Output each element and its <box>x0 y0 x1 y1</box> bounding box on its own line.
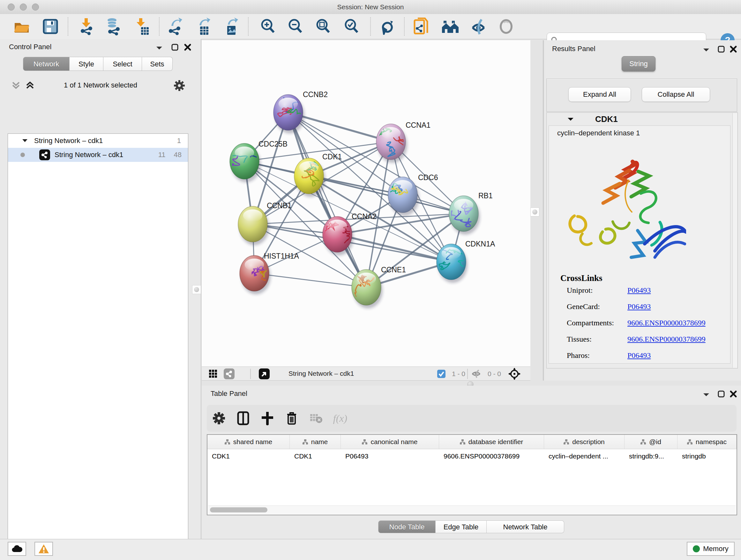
zoom-in-icon[interactable] <box>259 17 277 36</box>
crosslinks-heading: CrossLinks <box>560 273 603 283</box>
open-session-icon[interactable] <box>13 17 30 36</box>
table-panel-float-icon[interactable] <box>718 390 725 398</box>
results-panel-close-icon[interactable] <box>730 45 737 53</box>
results-panel-collapse-icon[interactable] <box>703 48 710 52</box>
tab-sets[interactable]: Sets <box>142 57 173 71</box>
node-CCNE1[interactable] <box>349 269 383 308</box>
apply-preferred-layout-icon[interactable] <box>378 17 396 36</box>
column-header-database-identifier[interactable]: database identifier <box>439 435 544 449</box>
column-header-shared-name[interactable]: shared name <box>207 435 290 449</box>
table-cell[interactable]: 9606.ENSP00000378699 <box>439 449 544 463</box>
node-CCNA1[interactable] <box>376 124 408 163</box>
table-cell[interactable]: CDK1 <box>207 449 290 463</box>
crosslink-value-link[interactable]: 9606.ENSP00000378699 <box>627 335 705 344</box>
left-splitter-handle[interactable] <box>192 285 201 294</box>
node-table[interactable]: shared namenamecanonical namedatabase id… <box>207 434 737 515</box>
add-column-icon[interactable] <box>255 411 280 425</box>
show-all-icon[interactable] <box>497 17 515 36</box>
cloud-button[interactable] <box>8 542 26 556</box>
column-header-canonical-name[interactable]: canonical name <box>341 435 439 449</box>
grid-view-icon[interactable] <box>207 368 219 380</box>
tab-network[interactable]: Network <box>23 57 70 71</box>
network-options-gear-icon[interactable] <box>174 80 185 91</box>
collapse-all-button[interactable]: Collapse All <box>642 87 710 102</box>
control-panel-float-icon[interactable] <box>171 44 179 51</box>
table-cell[interactable]: stringdb <box>677 449 737 463</box>
tab-string[interactable]: String <box>622 56 656 71</box>
network-canvas[interactable]: CCNB2CCNA1CDC25BCDK1CDC6RB1CCNB1CCNA2CDK… <box>202 40 530 367</box>
string-home-icon[interactable] <box>441 17 459 36</box>
crosslink-value-link[interactable]: P06493 <box>627 302 651 311</box>
tab-select[interactable]: Select <box>104 57 142 71</box>
zoom-out-icon[interactable] <box>286 17 305 36</box>
crosslink-label: Tissues: <box>567 335 592 343</box>
network-badge-gray-icon[interactable] <box>223 368 235 380</box>
right-splitter[interactable] <box>543 40 544 381</box>
network-row[interactable]: String Network – cdk1 11 48 <box>8 148 188 162</box>
tab-style[interactable]: Style <box>70 57 104 71</box>
table-horizontal-scrollbar[interactable] <box>208 505 736 514</box>
import-table-file-icon[interactable] <box>133 17 151 36</box>
network-collection-row[interactable]: String Network – cdk1 1 <box>8 134 188 148</box>
table-row[interactable]: CDK1CDK1P064939606.ENSP00000378699cyclin… <box>207 449 737 463</box>
memory-button[interactable]: Memory <box>687 542 735 556</box>
zoom-fit-icon[interactable] <box>314 17 332 36</box>
hidden-eye-slash-icon[interactable] <box>470 368 482 380</box>
tab-node-table[interactable]: Node Table <box>378 520 435 533</box>
tab-edge-table[interactable]: Edge Table <box>435 520 487 533</box>
birds-eye-view-icon[interactable] <box>258 368 271 380</box>
column-header-name[interactable]: name <box>290 435 341 449</box>
tree-expand-icon[interactable] <box>22 139 28 143</box>
column-header--id[interactable]: @id <box>624 435 677 449</box>
table-gear-icon[interactable] <box>207 412 231 425</box>
crosslink-value-link[interactable]: P06493 <box>627 351 651 360</box>
column-header-namespac[interactable]: namespac <box>677 435 737 449</box>
expand-all-button[interactable]: Expand All <box>568 87 631 102</box>
hide-selected-icon[interactable] <box>469 17 487 36</box>
table-cell[interactable]: CDK1 <box>290 449 341 463</box>
node-CDK1[interactable] <box>294 158 325 197</box>
edge-CCNB2-CCNE1[interactable] <box>288 112 366 287</box>
export-network-icon[interactable] <box>166 17 184 36</box>
delete-column-icon[interactable] <box>280 411 304 425</box>
crosslink-value-link[interactable]: P06493 <box>627 286 651 295</box>
tab-network-table[interactable]: Network Table <box>487 520 564 533</box>
right-splitter-handle[interactable] <box>530 207 539 216</box>
edge-CDK1-RB1[interactable] <box>309 176 464 213</box>
table-cell[interactable]: stringdb:9... <box>624 449 677 463</box>
save-session-icon[interactable] <box>42 17 59 36</box>
crosslink-label: Compartments: <box>567 319 614 327</box>
control-panel-close-icon[interactable] <box>184 44 192 51</box>
import-network-database-icon[interactable] <box>105 17 122 36</box>
table-panel-close-icon[interactable] <box>730 390 737 398</box>
table-cell[interactable]: cyclin–dependent ... <box>544 449 624 463</box>
section-collapse-icon[interactable] <box>567 117 574 122</box>
selected-checkbox-icon[interactable] <box>436 368 446 380</box>
edge-HIST1H1A-CCNE1[interactable] <box>254 273 366 287</box>
table-panel-collapse-icon[interactable] <box>703 393 710 397</box>
column-header-description[interactable]: description <box>544 435 624 449</box>
fit-selected-crosshair-icon[interactable] <box>508 368 522 380</box>
results-scrollbar[interactable] <box>732 113 737 368</box>
table-cell[interactable]: P06493 <box>341 449 439 463</box>
import-network-file-icon[interactable] <box>77 17 95 36</box>
node-CCNA2[interactable] <box>323 216 354 255</box>
crosslink-row: Pharos:P06493 <box>567 351 726 364</box>
control-panel-collapse-icon[interactable] <box>156 46 163 51</box>
select-columns-icon[interactable] <box>231 411 255 425</box>
results-panel-float-icon[interactable] <box>718 45 725 53</box>
import-string-network-icon[interactable] <box>413 17 430 36</box>
export-image-icon[interactable] <box>222 17 240 36</box>
protein-section-header[interactable]: CDK1 <box>547 113 738 125</box>
crosslink-value-link[interactable]: 9606.ENSP00000378699 <box>627 319 705 327</box>
node-RB1[interactable] <box>442 196 480 235</box>
warnings-button[interactable] <box>35 542 53 556</box>
export-table-icon[interactable] <box>194 17 212 36</box>
table-panel-title: Table Panel <box>211 389 247 398</box>
delete-table-icon[interactable] <box>304 413 328 424</box>
node-CDC6[interactable] <box>386 177 419 216</box>
zoom-selected-icon[interactable] <box>343 17 360 36</box>
network-edges[interactable] <box>245 112 464 287</box>
node-CCNB1[interactable] <box>238 206 269 245</box>
scrollbar-thumb[interactable] <box>210 507 267 512</box>
